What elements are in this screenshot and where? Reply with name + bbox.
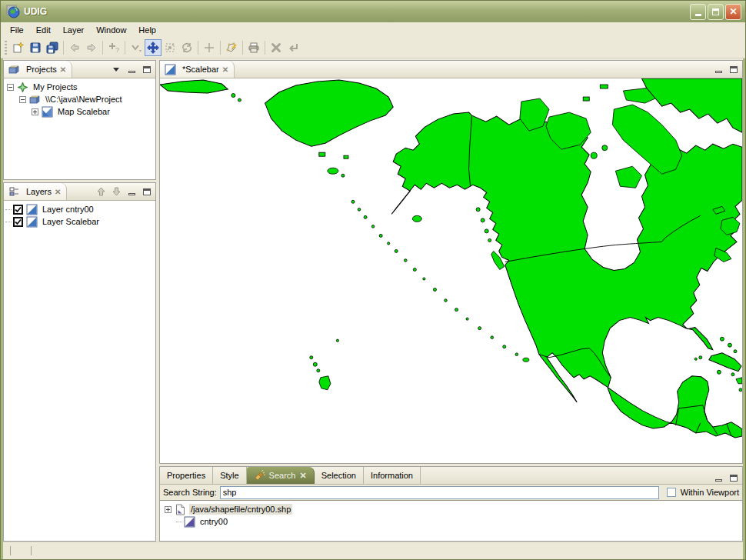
expand-toggle[interactable] <box>32 108 38 115</box>
tree-item-map-scalebar[interactable]: Map Scalebar <box>5 105 155 118</box>
map-icon <box>42 106 53 118</box>
back-arrow-icon <box>68 42 81 54</box>
search-input[interactable] <box>220 486 659 499</box>
maximize-button[interactable] <box>708 4 724 20</box>
search-string-label: Search String: <box>163 488 217 497</box>
layer-icon <box>26 216 38 228</box>
layer-visibility-checkbox[interactable] <box>13 217 23 227</box>
projects-view-menu-button[interactable] <box>109 63 123 75</box>
tab-information[interactable]: Information <box>364 467 421 484</box>
tab-selection[interactable]: Selection <box>315 467 364 484</box>
status-bar <box>3 542 743 559</box>
toolbar-grip[interactable] <box>5 41 7 55</box>
islands-hawaii <box>310 356 331 390</box>
editor-tab-close-icon[interactable]: ✕ <box>222 65 228 74</box>
map-canvas[interactable] <box>160 78 742 463</box>
minimize-button[interactable] <box>690 4 706 20</box>
bottom-minimize-button[interactable] <box>711 472 725 484</box>
window-title: UDIG <box>24 6 688 17</box>
menu-file[interactable]: File <box>4 24 30 36</box>
new-map-icon <box>12 42 25 54</box>
result-row-shapefile[interactable]: /java/shapefile/cntry00.shp <box>163 503 742 515</box>
tab-style[interactable]: Style <box>213 467 246 484</box>
add-feature-help-button[interactable]: ? <box>105 39 122 56</box>
layer-row-scalebar[interactable]: Layer Scalebar <box>5 215 155 228</box>
layer-move-down-button[interactable] <box>109 185 123 198</box>
search-results-tree: /java/shapefile/cntry00.shp cntry00 <box>160 500 742 541</box>
layer-label: Layer cntry00 <box>41 204 95 215</box>
layer-visibility-checkbox[interactable] <box>13 205 23 215</box>
collapse-toggle[interactable] <box>19 96 26 103</box>
layers-tab[interactable]: Layers ✕ <box>4 183 67 200</box>
title-bar[interactable]: UDIG ✕ <box>1 1 745 22</box>
collapse-toggle[interactable] <box>7 84 14 91</box>
landmass-russia-strip <box>160 80 228 93</box>
projects-root-icon <box>17 82 28 93</box>
editor-tab-scalebar[interactable]: *Scalebar ✕ <box>160 61 235 78</box>
island-cuba <box>709 353 741 372</box>
menu-help[interactable]: Help <box>132 24 162 36</box>
save-button[interactable] <box>27 39 44 56</box>
projects-maximize-button[interactable] <box>140 63 154 75</box>
check-icon <box>15 206 22 213</box>
tab-search-label: Search <box>269 471 296 480</box>
search-tab-close-icon[interactable]: ✕ <box>299 471 306 481</box>
edit-feature-icon <box>225 42 238 54</box>
workbench-area: Projects ✕ My Projects <box>1 58 745 542</box>
layers-icon <box>8 186 20 198</box>
projects-tab-close-icon[interactable]: ✕ <box>60 65 66 74</box>
layers-minimize-button[interactable] <box>125 185 138 198</box>
back-button[interactable] <box>66 39 83 56</box>
crosshair-tool-button[interactable] <box>201 39 218 56</box>
rotate-tool-button[interactable] <box>178 39 195 56</box>
application-window: UDIG ✕ File Edit Layer Window Help <box>0 0 746 560</box>
commit-button[interactable] <box>285 39 301 56</box>
projects-tab[interactable]: Projects ✕ <box>4 61 72 78</box>
map-editor-view: *Scalebar ✕ <box>159 60 743 464</box>
crosshair-icon <box>203 42 215 54</box>
editor-maximize-button[interactable] <box>727 63 741 75</box>
menu-layer[interactable]: Layer <box>57 24 91 36</box>
forward-button[interactable] <box>83 39 100 56</box>
result-label: /java/shapefile/cntry00.shp <box>189 504 292 515</box>
close-button[interactable]: ✕ <box>725 4 741 20</box>
projects-view: Projects ✕ My Projects <box>3 60 156 180</box>
layers-maximize-button[interactable] <box>140 185 154 198</box>
left-column: Projects ✕ My Projects <box>3 60 156 542</box>
tab-search[interactable]: Search ✕ <box>247 467 315 484</box>
edit-feature-button[interactable] <box>223 39 240 56</box>
layers-tab-close-icon[interactable]: ✕ <box>55 188 61 196</box>
expand-toggle[interactable] <box>165 506 172 513</box>
pan-tool-button[interactable] <box>145 39 162 56</box>
tree-item-new-project[interactable]: \\C:\java\NewProject <box>5 93 155 105</box>
menu-edit[interactable]: Edit <box>30 24 57 36</box>
delete-button[interactable] <box>268 39 285 56</box>
print-icon <box>248 42 260 54</box>
layers-tab-label: Layers <box>26 187 52 196</box>
bottom-maximize-button[interactable] <box>727 472 741 484</box>
bottom-panel: Properties Style Search ✕ Selection Info… <box>159 466 743 542</box>
arrow-down-icon <box>112 187 121 196</box>
delete-x-icon <box>270 42 282 54</box>
menu-window[interactable]: Window <box>90 24 132 36</box>
tree-item-label: My Projects <box>32 82 78 92</box>
zoom-extent-button[interactable] <box>162 39 178 56</box>
zoom-extent-icon <box>164 42 176 54</box>
tree-item-my-projects[interactable]: My Projects <box>5 81 155 93</box>
layer-label: Layer Scalebar <box>41 216 101 227</box>
chevron-down-icon <box>130 42 142 54</box>
new-map-button[interactable] <box>10 39 27 56</box>
result-row-cntry00[interactable]: cntry00 <box>163 515 742 528</box>
layer-row-cntry00[interactable]: Layer cntry00 <box>5 203 155 215</box>
tab-properties[interactable]: Properties <box>160 467 213 484</box>
print-button[interactable] <box>245 39 262 56</box>
within-viewport-checkbox[interactable] <box>667 488 676 497</box>
layers-view: Layers ✕ <box>3 182 156 542</box>
collapse-chevron-button[interactable] <box>128 39 145 56</box>
projects-minimize-button[interactable] <box>125 63 138 75</box>
save-all-button[interactable] <box>44 39 61 56</box>
search-controls: Search String: Within Viewport <box>160 484 742 500</box>
layer-move-up-button[interactable] <box>94 185 108 198</box>
editor-minimize-button[interactable] <box>711 63 725 75</box>
rotate-icon <box>181 42 193 54</box>
